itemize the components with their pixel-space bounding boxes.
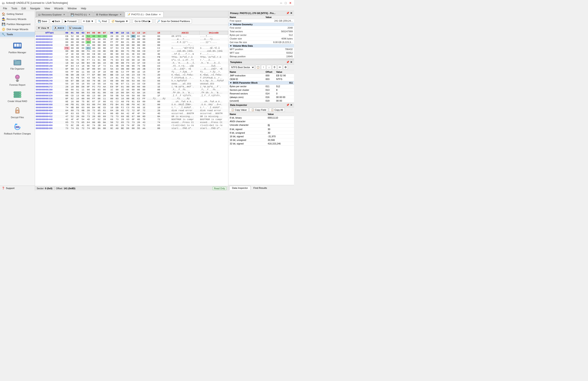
menu-item-navigate[interactable]: Navigate	[28, 7, 42, 10]
volume-panel-pin-icon[interactable]: 📌	[286, 12, 289, 15]
menu-item-edit[interactable]: Edit	[19, 7, 28, 10]
table-row[interactable]: 0000000004324752206973206D697373696E6700…	[35, 115, 228, 118]
maximize-button[interactable]: □	[284, 1, 288, 5]
table-row[interactable]: 0000000002406807BB1668700E16680900665366…	[35, 79, 228, 82]
table-row[interactable]: 0000000004166F63637572726564000D0A424F4F…	[35, 112, 228, 115]
tab-photo-i[interactable]: 💾 PHOTO (I:) ✕	[68, 12, 93, 17]
table-row[interactable]: 0000000001609F83C4189E581F72E13B060B0075…	[35, 64, 228, 67]
copy-all-button[interactable]: 📋 Copy All	[269, 108, 285, 112]
close-tab-disk-editor[interactable]: ✕	[158, 13, 161, 16]
table-row[interactable]: 0000000001760F00C12E0F00041E5A33DBB90020…	[35, 67, 228, 70]
table-row[interactable]: 00000000014418681A00B4488A160E008BF4161F…	[35, 61, 228, 64]
back-button[interactable]: ◀ Back	[50, 19, 62, 23]
close-tab-photo-i[interactable]: ✕	[88, 13, 91, 16]
window-controls[interactable]: ─ □ ✕	[279, 1, 292, 5]
table-row[interactable]: 000000000000EB52904E54465320202020200002…	[35, 35, 228, 38]
hex-editor[interactable]: Offset 00 01 02 03 04 05 06 07 08 09	[35, 31, 228, 186]
sidebar-item-recovery-wizards[interactable]: 🧙 Recovery Wizards	[0, 17, 35, 22]
view-dropdown-button[interactable]: 👁 View ▼	[36, 26, 51, 30]
template-copy-btn[interactable]: 📋	[255, 65, 260, 70]
tool-partition-manager[interactable]: Partition Manager	[1, 39, 34, 55]
table-row[interactable]: 0000000004006469736B2072656164206572726F…	[35, 109, 228, 112]
tab-disk-editor[interactable]: 📝 PHOTO (I:) - Disk Editor ✕	[125, 12, 164, 17]
template-selector[interactable]: NTFS Boot Sector	[229, 65, 255, 69]
minimize-button[interactable]: ─	[279, 1, 283, 5]
data-inspector-controls[interactable]: 📌 ✕	[286, 103, 292, 106]
template-zero-btn[interactable]: 0	[272, 65, 277, 70]
volume-meta-data-section[interactable]: ▼ Volume Meta Data	[229, 44, 294, 47]
menu-item-tools[interactable]: Tools	[9, 7, 19, 10]
forward-button[interactable]: ▶ Forward	[63, 19, 78, 23]
navigate-button[interactable]: 🧭 Navigate ▼	[109, 19, 130, 23]
volume-geometry-section[interactable]: ▼ Volume Geometry	[229, 23, 294, 26]
menu-item-help[interactable]: Help	[79, 7, 88, 10]
table-row[interactable]: 0000000001125446537515B441BBAA55CD13720C…	[35, 56, 228, 59]
table-row[interactable]: 0000000003040066500653680100681000B4428A…	[35, 91, 228, 94]
ascii-toggle-button[interactable]: A ASCII	[52, 26, 66, 30]
menu-item-window[interactable]: Window	[65, 7, 79, 10]
table-row[interactable]: 0000000002084B002BC877EFB800BBCD1A6623C0…	[35, 73, 228, 76]
table-row[interactable]: 000000000448424F4F544D475220697320636F6D…	[35, 118, 228, 121]
sidebar-item-disk-image-wizards[interactable]: 📀 Disk Image Wizards	[0, 27, 35, 32]
table-row[interactable]: 0000000000320000000080008000FFFFB0210000…	[35, 41, 228, 44]
sidebar-item-tools[interactable]: 🔧 Tools	[0, 32, 35, 37]
menu-item-view[interactable]: View	[42, 7, 52, 10]
table-row[interactable]: 00000000008000000000FA33C08ED0BC007CFB68…	[35, 50, 228, 53]
close-tab-recovery-explorer[interactable]: ✕	[63, 13, 65, 16]
table-row[interactable]: 00000000019266FF061100163F10008EC2FF001E…	[35, 70, 228, 73]
table-row[interactable]: 0000000003520E160075BC071F6661C3A0F801E8…	[35, 100, 228, 103]
menu-item-file[interactable]: File	[1, 7, 9, 10]
save-button[interactable]: 💾 Save	[36, 19, 49, 23]
table-row[interactable]: 0000000003360F82160066FF0611000316008EC2…	[35, 97, 228, 100]
goto-offset-button[interactable]: Go to Offset ▶	[133, 19, 152, 23]
tool-file-organizer[interactable]: File Organizer	[1, 56, 34, 72]
close-tab-partition-manager[interactable]: ✕	[119, 13, 122, 16]
close-button[interactable]: ✕	[289, 1, 292, 5]
bottom-tab-0[interactable]: Data Inspector	[229, 186, 251, 190]
bottom-tab-1[interactable]: Find Results	[251, 186, 270, 190]
tab-partition-manager[interactable]: ⚙ Partition Manager ✕	[94, 12, 125, 17]
table-row[interactable]: 00000000004800000C0000000000020000860000…	[35, 44, 228, 47]
menu-item-wizards[interactable]: Wizards	[52, 7, 65, 10]
edit-button[interactable]: ✏ Edit ▼	[81, 19, 95, 23]
table-row[interactable]: 000000000368A0FB01E80300F4EBFDB4018BF0AC…	[35, 103, 228, 106]
data-inspector-pin-icon[interactable]: 📌	[286, 103, 289, 106]
table-row[interactable]: 00000000012855AA7506F7C101007503E9DD001E…	[35, 59, 228, 61]
find-button[interactable]: 🔍 Find	[96, 19, 108, 23]
template-down-btn[interactable]: ↓	[267, 65, 271, 70]
table-row[interactable]: 0000000004646573736564000D0A507265737320…	[35, 121, 228, 124]
copy-value-button[interactable]: 📋 Copy Value	[229, 108, 249, 112]
table-row[interactable]: 00000000001600000000F80000003F00FF000800…	[35, 38, 228, 41]
table-row[interactable]: 00000000049673746172740D0A008CA9BED60055…	[35, 127, 228, 130]
tool-virtual-raid[interactable]: Create Virtual RAID	[1, 88, 34, 104]
table-row[interactable]: 0000000002880666A111006603061C001E666800…	[35, 88, 228, 91]
support-button[interactable]: ❓ Support	[0, 186, 35, 191]
sidebar-item-partition-management[interactable]: 💾 Partition Management	[0, 22, 35, 27]
sidebar-item-getting-started[interactable]: 🏠 Getting Started	[0, 11, 35, 17]
unicode-toggle-button[interactable]: U Unicode	[67, 26, 84, 30]
tool-decrypt-files[interactable]: Decrypt Files	[1, 104, 34, 120]
templates-close-icon[interactable]: ✕	[290, 61, 292, 64]
table-row[interactable]: 000000000384740BB90300B40ECD10EBF2C3F666…	[35, 106, 228, 109]
volume-panel-controls[interactable]: 📌 ✕	[286, 12, 292, 15]
table-row[interactable]: 000000000064F6000000010000009753C9865EC9…	[35, 47, 228, 50]
table-row[interactable]: 0000000002246681FB54435041752481F9020172…	[35, 76, 228, 79]
scan-deleted-button[interactable]: 🔎 Scan for Deleted Partitions	[155, 19, 192, 23]
template-section-2[interactable]: ▼BIOS Parameter Block011	[229, 81, 294, 85]
table-row[interactable]: 0000000000961F1E686600CB88160E0066813E03…	[35, 53, 228, 56]
templates-panel-controls[interactable]: 📌 ✕	[286, 61, 292, 64]
tool-rollback[interactable]: Rollback Partition Changes	[1, 120, 34, 136]
template-more-btn[interactable]: ⚙	[283, 65, 288, 70]
volume-panel-close-icon[interactable]: ✕	[290, 12, 292, 15]
table-row[interactable]: 00000000032000CD13660D136620595B5A665966…	[35, 94, 228, 97]
template-up-btn[interactable]: ↑	[261, 65, 266, 70]
tool-forensic-report[interactable]: Forensic Report	[1, 72, 34, 88]
table-row[interactable]: 0000000002565516551655165516610E07C11A33…	[35, 82, 228, 85]
table-row[interactable]: 0000000002722810B9D80FFCF3AAE95F01909066…	[35, 85, 228, 88]
table-row[interactable]: 000000000480726C2B416C742B44656C20746F20…	[35, 124, 228, 127]
tab-recovery-explorer[interactable]: 🗂 Recovery Explorer ✕	[36, 12, 68, 17]
templates-pin-icon[interactable]: 📌	[286, 61, 289, 64]
data-inspector-close-icon[interactable]: ✕	[290, 103, 292, 106]
template-edit-btn[interactable]: ✏	[278, 65, 282, 70]
copy-field-button[interactable]: 📋 Copy Field	[250, 108, 268, 112]
